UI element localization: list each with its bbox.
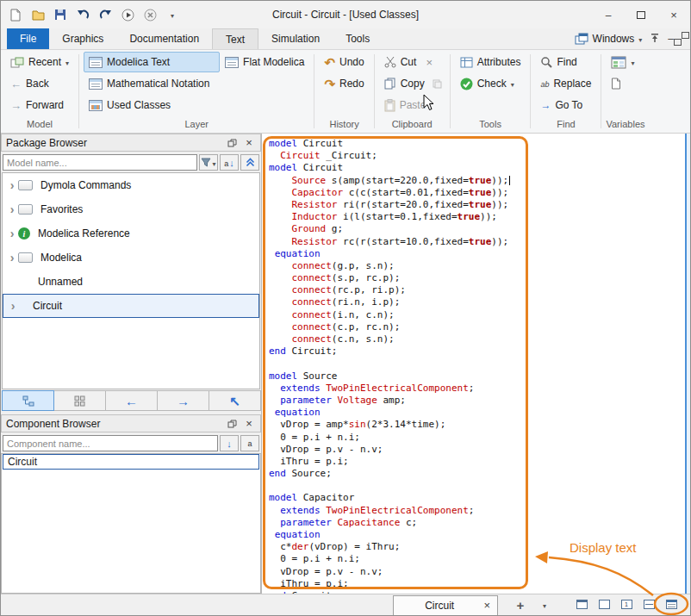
expand-chevron-icon[interactable] — [6, 203, 18, 215]
window-button[interactable] — [594, 595, 614, 613]
model-name-filter-input[interactable] — [3, 154, 197, 171]
save-button[interactable] — [53, 7, 68, 22]
chevron-down-icon — [171, 9, 174, 20]
copy-button[interactable]: Copy — [379, 73, 430, 94]
group-label-history: History — [319, 119, 369, 133]
chevron-down-icon — [631, 57, 634, 67]
tree-item-favorites[interactable]: Favorites — [3, 197, 259, 221]
find-button[interactable]: Find — [535, 52, 596, 72]
run-button[interactable] — [120, 7, 135, 22]
tree-item-modelica-reference[interactable]: Modelica Reference — [3, 221, 259, 246]
close-panel-button[interactable] — [242, 417, 256, 431]
code-area: model Circuit Circuit _Circuit;model Cir… — [269, 138, 685, 594]
component-view-button[interactable] — [53, 390, 106, 411]
ribbon-controls: Windows — [575, 28, 690, 49]
expand-chevron-icon[interactable] — [6, 179, 18, 191]
stop-button[interactable] — [142, 7, 158, 22]
expand-chevron-icon[interactable] — [7, 300, 19, 312]
split-window-button[interactable] — [638, 595, 659, 613]
undo-ribbon-button[interactable]: Undo — [319, 52, 369, 72]
variables-button[interactable] — [606, 52, 639, 72]
modelica-text-button[interactable]: Modelica Text — [84, 52, 220, 72]
float-panel-button[interactable] — [225, 136, 239, 150]
filter-button[interactable] — [199, 154, 218, 171]
expand-chevron-icon[interactable] — [6, 252, 18, 264]
modelica-text-editor[interactable]: model Circuit Circuit _Circuit;model Cir… — [261, 134, 685, 594]
minimize-ribbon-button[interactable] — [668, 33, 674, 45]
display-text-button[interactable] — [661, 595, 682, 613]
duplicate-button[interactable] — [430, 76, 445, 91]
undo-button[interactable] — [75, 7, 90, 22]
sort-button[interactable] — [220, 435, 239, 451]
modelica-text-icon — [89, 57, 103, 68]
tree-view-button[interactable] — [2, 390, 54, 411]
tree-view-icon — [22, 395, 34, 407]
tree-item-modelica[interactable]: Modelica — [3, 246, 259, 270]
cut-button[interactable]: Cut — [379, 52, 422, 72]
info-icon — [18, 227, 30, 240]
editor-scrollbar[interactable] — [685, 134, 691, 594]
replace-button[interactable]: Replace — [535, 73, 596, 94]
mathematical-notation-button[interactable]: Mathematical Notation — [84, 73, 220, 94]
attributes-button[interactable]: Attributes — [455, 52, 526, 72]
document-icon — [611, 78, 621, 90]
window-one-icon — [621, 600, 632, 609]
tab-text[interactable]: Text — [212, 28, 258, 49]
used-classes-button[interactable]: Used Classes — [84, 95, 220, 115]
close-panel-button[interactable] — [242, 136, 256, 150]
maximize-button[interactable] — [625, 1, 657, 28]
new-tab-button[interactable] — [511, 596, 530, 613]
component-item-circuit[interactable]: Circuit — [3, 454, 259, 470]
plus-icon — [517, 599, 525, 612]
math-notation-icon — [89, 78, 103, 90]
nav-forward-button[interactable] — [157, 390, 209, 411]
float-panel-button[interactable] — [225, 417, 239, 431]
minimize-button[interactable] — [592, 1, 625, 28]
tab-simulation[interactable]: Simulation — [258, 28, 333, 49]
nav-back-button[interactable] — [105, 390, 158, 411]
alpha-button[interactable] — [240, 435, 259, 451]
single-window-button[interactable] — [616, 595, 637, 613]
sort-button[interactable] — [220, 154, 239, 171]
forward-button[interactable]: Forward — [5, 95, 74, 115]
back-button[interactable]: Back — [5, 73, 74, 94]
tab-documentation[interactable]: Documentation — [116, 28, 212, 49]
check-button[interactable]: Check — [455, 73, 526, 94]
nav-parent-button[interactable] — [209, 390, 261, 411]
goto-button[interactable]: Go To — [535, 95, 596, 115]
flat-modelica-button[interactable]: Flat Modelica — [220, 52, 309, 72]
recent-button[interactable]: Recent — [5, 52, 74, 72]
package-icon — [18, 204, 33, 215]
customize-toolbar-button[interactable] — [165, 7, 180, 22]
close-button[interactable] — [657, 1, 690, 28]
tree-item-dymola-commands[interactable]: Dymola Commands — [3, 173, 259, 197]
package-browser-header: Package Browser — [1, 134, 261, 152]
collapse-all-button[interactable] — [240, 154, 259, 171]
windows-menu[interactable]: Windows — [575, 33, 643, 45]
previous-window-button[interactable] — [571, 595, 592, 613]
new-file-button[interactable] — [8, 7, 23, 22]
tree-item-unnamed[interactable]: Unnamed — [3, 270, 259, 294]
annotation-label: Display text — [570, 540, 637, 555]
paste-button[interactable]: Paste — [379, 95, 445, 115]
tree-item-label: Dymola Commands — [40, 179, 131, 191]
tree-item-circuit[interactable]: Circuit — [3, 294, 259, 318]
package-icon — [18, 180, 33, 190]
redo-button[interactable] — [97, 7, 113, 22]
pin-ribbon-button[interactable] — [650, 33, 660, 46]
tab-graphics[interactable]: Graphics — [49, 28, 116, 49]
tab-tools[interactable]: Tools — [333, 28, 383, 49]
delete-button[interactable] — [421, 54, 437, 70]
tab-file[interactable]: File — [7, 28, 49, 49]
tab-list-button[interactable] — [535, 596, 554, 613]
document-tab-circuit[interactable]: Circuit — [393, 595, 498, 615]
copy-pages-icon — [384, 78, 396, 90]
close-icon — [483, 600, 490, 611]
component-name-filter-input[interactable] — [3, 435, 218, 451]
redo-ribbon-button[interactable]: Redo — [319, 73, 369, 94]
variables-document-button[interactable] — [606, 73, 639, 94]
open-button[interactable] — [30, 7, 46, 22]
expand-chevron-icon[interactable] — [6, 227, 18, 240]
back-arrow-icon — [125, 395, 138, 408]
close-tab-button[interactable] — [483, 600, 490, 612]
